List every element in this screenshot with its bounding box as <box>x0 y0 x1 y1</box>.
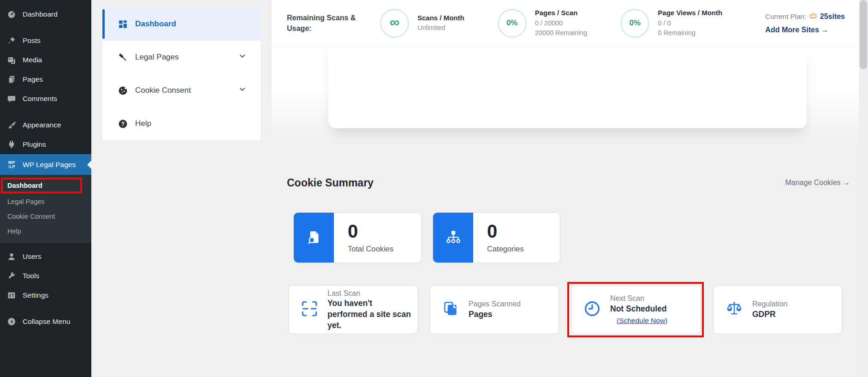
submenu-item-cookie-consent[interactable]: Cookie Consent <box>0 209 91 224</box>
sidebar-item-wp-legal-pages[interactable]: WP:LP WP Legal Pages <box>0 154 91 175</box>
sidebar-item-dashboard[interactable]: Dashboard <box>0 5 91 24</box>
sidebar-item-pages[interactable]: Pages <box>0 70 91 89</box>
categories-label: Categories <box>487 245 524 253</box>
submenu-item-legal-pages[interactable]: Legal Pages <box>0 194 91 209</box>
page-title: Cookie Summary <box>287 177 374 189</box>
plugin-menu-help[interactable]: ? Help <box>102 107 261 140</box>
percent-value: 0% <box>506 18 518 28</box>
grid-icon <box>117 19 128 30</box>
scan-frame-icon <box>301 300 318 319</box>
card-label: Next Scan <box>610 293 667 304</box>
stat-label: Page Views / Month <box>658 8 722 18</box>
plug-icon <box>6 140 17 149</box>
card-label: Last Scan <box>327 288 413 299</box>
plugin-menu-label: Dashboard <box>135 19 176 29</box>
sidebar-item-settings[interactable]: Settings <box>0 286 91 305</box>
sidebar-item-comments[interactable]: Comments <box>0 89 91 108</box>
infinity-icon: ∞ <box>390 15 399 29</box>
media-icon <box>6 55 17 65</box>
plan-name: 25sites <box>820 12 845 21</box>
sidebar-item-plugins[interactable]: Plugins <box>0 135 91 154</box>
manage-cookies-link[interactable]: Manage Cookies → <box>785 179 850 187</box>
vertical-scrollbar-track[interactable] <box>859 0 868 377</box>
wp-admin-sidebar: Dashboard Posts Media Pages Comments App… <box>0 0 91 377</box>
sidebar-item-label: Posts <box>23 36 41 45</box>
categories-card: 0 Categories <box>433 212 560 263</box>
stats-bar-title: Remaining Scans & Usage: <box>287 12 356 34</box>
sidebar-item-label: Appearance <box>23 121 61 129</box>
help-icon: ? <box>117 119 128 129</box>
usage-stats-bar: Remaining Scans & Usage: ∞ Scans / Month… <box>272 0 859 47</box>
next-scan-card: Next Scan Not Scheduled (Schedule Now) <box>571 285 701 334</box>
pages-scan-stat: 0% Pages / Scan 0 / 20000 20000 Remainin… <box>498 8 588 38</box>
chevron-down-icon[interactable] <box>239 53 246 62</box>
card-label: Pages Scanned <box>469 299 521 309</box>
last-scan-card: Last Scan You haven't performed a site s… <box>288 285 418 334</box>
page-views-stat: 0% Page Views / Month 0 / 0 0 Remaining <box>620 8 722 38</box>
wplp-logo-icon: WP:LP <box>6 161 17 168</box>
stat-value: 0 / 20000 <box>535 18 588 29</box>
sidebar-item-appearance[interactable]: Appearance <box>0 115 91 135</box>
add-more-sites-link[interactable]: Add More Sites → <box>765 25 845 34</box>
submenu-item-help[interactable]: Help <box>0 224 91 239</box>
categories-count: 0 <box>487 222 524 240</box>
vertical-scrollbar-thumb[interactable] <box>860 0 867 69</box>
infinity-badge: ∞ <box>380 9 409 38</box>
sidebar-item-posts[interactable]: Posts <box>0 31 91 50</box>
sidebar-item-media[interactable]: Media <box>0 50 91 70</box>
sidebar-item-label: Tools <box>23 272 39 280</box>
pages-copy-icon <box>442 300 459 319</box>
card-label: Regulation <box>752 299 788 309</box>
total-cookies-card: 0 Total Cookies <box>293 212 422 263</box>
pin-icon <box>6 36 17 45</box>
stat-remaining: 20000 Remaining <box>535 28 588 38</box>
card-value: Pages <box>469 309 521 320</box>
brush-icon <box>6 120 17 130</box>
sidebar-item-label: WP Legal Pages <box>23 161 76 169</box>
percent-badge: 0% <box>498 9 527 38</box>
wrench-icon <box>6 271 17 281</box>
sitemap-icon <box>433 213 473 263</box>
plugin-menu-label: Legal Pages <box>135 53 179 62</box>
sidebar-item-users[interactable]: Users <box>0 247 91 266</box>
total-cookies-count: 0 <box>348 222 393 240</box>
stat-value: Unlimited <box>417 23 464 33</box>
sidebar-item-collapse-menu[interactable]: Collapse Menu <box>0 312 91 331</box>
card-value: Not Scheduled <box>610 304 667 315</box>
scans-month-stat: ∞ Scans / Month Unlimited <box>380 9 464 38</box>
collapse-icon <box>6 317 17 326</box>
chevron-down-icon[interactable] <box>239 86 246 95</box>
scales-icon <box>725 300 743 319</box>
pages-icon <box>6 75 17 84</box>
card-value: GDPR <box>752 309 788 320</box>
sidebar-item-label: Pages <box>23 75 43 84</box>
wp-legal-pages-submenu: Dashboard Legal Pages Cookie Consent Hel… <box>0 175 91 243</box>
pages-scanned-card: Pages Scanned Pages <box>429 285 559 334</box>
sidebar-item-label: Collapse Menu <box>23 317 70 326</box>
sidebar-item-label: Dashboard <box>23 10 58 18</box>
current-plan-label: Current Plan: <box>765 12 806 21</box>
submenu-item-dashboard[interactable]: Dashboard <box>1 178 82 193</box>
sidebar-item-label: Plugins <box>23 140 46 149</box>
gavel-icon <box>117 52 128 63</box>
plugin-sidebar: Dashboard Legal Pages Cookie Consent ? H… <box>91 0 272 377</box>
percent-badge: 0% <box>620 9 649 38</box>
percent-value: 0% <box>630 18 641 28</box>
stat-value: 0 / 0 <box>658 18 722 29</box>
sliders-icon <box>6 291 17 300</box>
gauge-icon <box>6 10 17 19</box>
sidebar-item-tools[interactable]: Tools <box>0 266 91 286</box>
total-cookies-label: Total Cookies <box>348 245 393 253</box>
partial-card <box>328 47 807 128</box>
cookie-icon <box>117 85 128 96</box>
stat-label: Pages / Scan <box>535 8 588 18</box>
crown-icon <box>809 12 817 21</box>
plugin-menu-dashboard[interactable]: Dashboard <box>102 7 261 41</box>
sidebar-item-label: Users <box>23 252 41 261</box>
plugin-menu-label: Cookie Consent <box>135 86 191 95</box>
cookie-summary-header: Cookie Summary Manage Cookies → <box>272 172 850 194</box>
schedule-now-link[interactable]: (Schedule Now) <box>617 316 667 326</box>
card-value: You haven't performed a site scan yet. <box>327 298 413 331</box>
plugin-menu-cookie-consent[interactable]: Cookie Consent <box>102 74 261 107</box>
plugin-menu-legal-pages[interactable]: Legal Pages <box>102 41 261 74</box>
